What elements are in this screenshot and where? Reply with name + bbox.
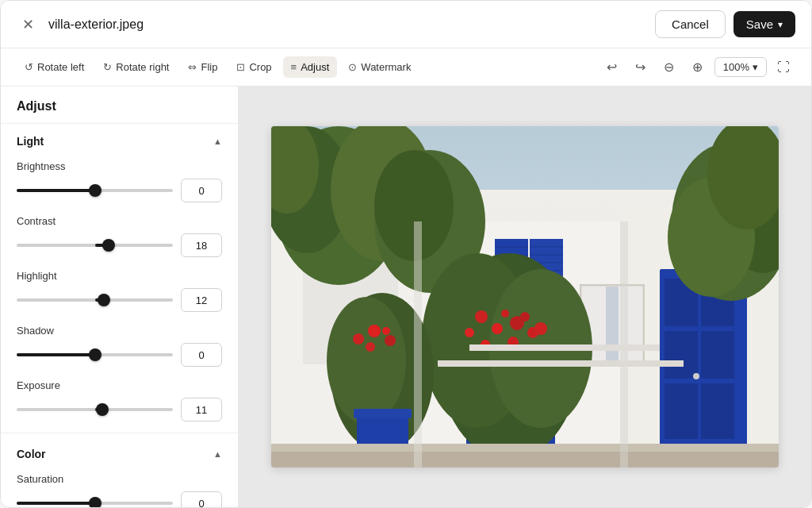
saturation-control: Saturation [1,468,238,507]
saturation-thumb[interactable] [89,497,102,507]
canvas-area [239,87,811,507]
zoom-out-button[interactable]: ⊖ [657,56,681,79]
rotate-left-label: Rotate left [37,61,84,73]
color-section-title: Color [17,448,46,460]
image-container [271,126,779,468]
light-section-header[interactable]: Light ▲ [1,124,238,156]
brightness-input[interactable] [181,179,222,202]
svg-point-56 [501,310,509,318]
crop-label: Crop [249,61,271,73]
zoom-in-button[interactable]: ⊕ [686,56,710,79]
shadow-input[interactable] [181,343,222,367]
saturation-slider[interactable] [17,502,173,505]
brightness-control: Brightness [1,156,238,210]
toolbar-right: ↩ ↪ ⊖ ⊕ 100% ▾ ⛶ [600,56,795,79]
exposure-input[interactable] [181,398,222,421]
tool-rotate-right[interactable]: ↻ Rotate right [95,56,177,78]
contrast-row [17,233,222,257]
svg-rect-72 [354,409,412,418]
watermark-label: Watermark [361,61,411,73]
main-content: Adjust Light ▲ Brightness Contra [1,87,811,507]
zoom-selector[interactable]: 100% ▾ [714,57,767,77]
shadow-thumb[interactable] [89,348,102,361]
flip-icon: ⇔ [188,61,197,73]
sidebar-title: Adjust [1,87,238,124]
shadow-slider[interactable] [17,353,173,356]
save-chevron-icon: ▾ [778,19,783,30]
title-bar-right: Cancel Save ▾ [655,10,795,38]
saturation-input[interactable] [181,491,222,507]
exposure-row [17,398,222,421]
highlight-slider[interactable] [17,298,173,302]
save-button[interactable]: Save ▾ [733,11,795,37]
highlight-input[interactable] [181,288,222,312]
rotate-right-label: Rotate right [116,61,169,73]
undo-button[interactable]: ↩ [600,56,624,79]
save-label: Save [746,17,773,31]
contrast-control: Contrast [1,210,238,265]
cancel-button[interactable]: Cancel [655,10,726,38]
exposure-slider[interactable] [17,408,173,411]
svg-point-58 [534,322,547,335]
color-section-header[interactable]: Color ▲ [1,437,238,468]
fullscreen-button[interactable]: ⛶ [772,56,795,79]
svg-rect-77 [438,360,684,367]
title-bar: ✕ villa-exterior.jpeg Cancel Save ▾ [1,1,811,48]
contrast-thumb[interactable] [102,239,115,252]
saturation-row [17,491,222,507]
shadow-label: Shadow [17,325,222,337]
contrast-input[interactable] [181,233,222,257]
close-button[interactable]: ✕ [17,13,39,36]
tool-flip[interactable]: ⇔ Flip [180,56,225,78]
svg-rect-39 [701,383,734,439]
svg-rect-36 [665,331,698,379]
adjust-icon: ≡ [291,61,297,73]
svg-point-70 [382,327,390,335]
exposure-thumb[interactable] [96,403,109,416]
crop-icon: ⊡ [236,61,245,73]
svg-point-67 [368,325,381,337]
app-window: ✕ villa-exterior.jpeg Cancel Save ▾ ↺ Ro… [0,0,812,508]
svg-rect-37 [701,331,734,379]
tool-watermark[interactable]: ⊙ Watermark [340,56,419,78]
svg-point-57 [520,312,530,321]
rotate-left-icon: ↺ [25,61,33,73]
watermark-icon: ⊙ [348,61,357,73]
svg-point-65 [327,297,406,424]
tool-crop[interactable]: ⊡ Crop [228,56,279,78]
tool-adjust[interactable]: ≡ Adjust [283,56,338,78]
light-section-chevron-icon: ▲ [213,137,222,146]
svg-point-52 [492,323,503,334]
brightness-row [17,179,222,202]
svg-rect-75 [414,221,422,468]
adjust-label: Adjust [301,61,329,73]
zoom-value: 100% [723,61,749,73]
svg-rect-38 [665,383,698,439]
highlight-control: Highlight [1,265,238,320]
svg-point-66 [353,333,364,344]
title-bar-left: ✕ villa-exterior.jpeg [17,13,144,36]
brightness-slider[interactable] [17,189,173,192]
toolbar: ↺ Rotate left ↻ Rotate right ⇔ Flip ⊡ Cr… [1,48,811,87]
exposure-control: Exposure [1,375,238,429]
highlight-thumb[interactable] [98,294,110,306]
contrast-slider[interactable] [17,244,173,247]
shadow-row [17,343,222,367]
highlight-label: Highlight [17,270,222,282]
tool-rotate-left[interactable]: ↺ Rotate left [17,56,92,78]
sidebar: Adjust Light ▲ Brightness Contra [1,87,239,507]
light-section-title: Light [17,135,44,148]
svg-point-68 [385,335,396,346]
svg-rect-74 [271,452,779,468]
brightness-thumb[interactable] [89,184,102,197]
toolbar-tools: ↺ Rotate left ↻ Rotate right ⇔ Flip ⊡ Cr… [17,56,419,78]
rotate-right-icon: ↻ [103,61,112,73]
svg-point-55 [465,328,474,337]
svg-rect-78 [469,344,660,351]
flip-label: Flip [201,61,217,73]
contrast-label: Contrast [17,215,222,227]
redo-button[interactable]: ↪ [629,56,653,79]
zoom-chevron-icon: ▾ [753,61,758,73]
svg-point-40 [693,373,699,379]
saturation-label: Saturation [17,473,222,485]
